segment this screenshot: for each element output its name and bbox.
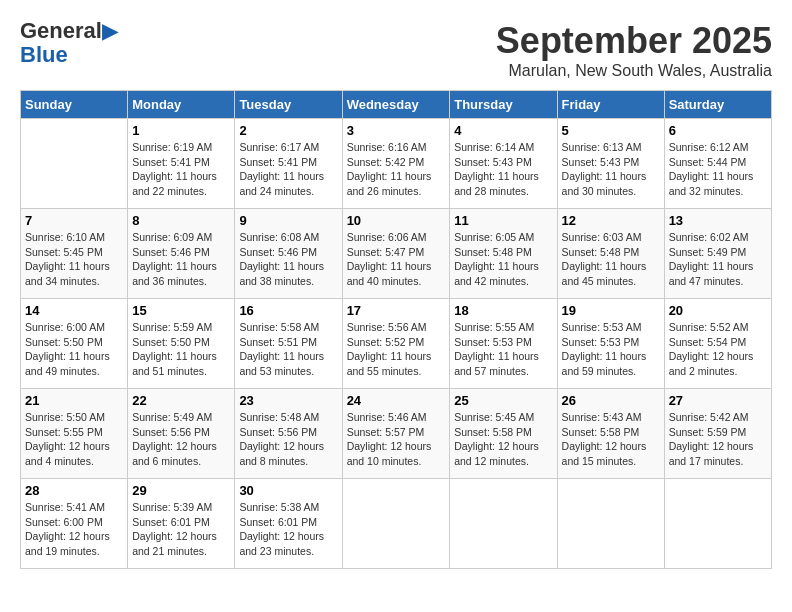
calendar-cell: 16Sunrise: 5:58 AMSunset: 5:51 PMDayligh… [235, 299, 342, 389]
title-area: September 2025 Marulan, New South Wales,… [496, 20, 772, 80]
day-number: 19 [562, 303, 660, 318]
day-number: 29 [132, 483, 230, 498]
week-row-2: 7Sunrise: 6:10 AMSunset: 5:45 PMDaylight… [21, 209, 772, 299]
day-info: Sunrise: 6:00 AMSunset: 5:50 PMDaylight:… [25, 320, 123, 379]
day-number: 26 [562, 393, 660, 408]
calendar-cell: 6Sunrise: 6:12 AMSunset: 5:44 PMDaylight… [664, 119, 771, 209]
day-info: Sunrise: 5:41 AMSunset: 6:00 PMDaylight:… [25, 500, 123, 559]
calendar-cell: 17Sunrise: 5:56 AMSunset: 5:52 PMDayligh… [342, 299, 450, 389]
day-info: Sunrise: 5:45 AMSunset: 5:58 PMDaylight:… [454, 410, 552, 469]
week-row-3: 14Sunrise: 6:00 AMSunset: 5:50 PMDayligh… [21, 299, 772, 389]
day-info: Sunrise: 6:09 AMSunset: 5:46 PMDaylight:… [132, 230, 230, 289]
day-number: 28 [25, 483, 123, 498]
calendar-cell: 14Sunrise: 6:00 AMSunset: 5:50 PMDayligh… [21, 299, 128, 389]
day-number: 12 [562, 213, 660, 228]
day-info: Sunrise: 6:17 AMSunset: 5:41 PMDaylight:… [239, 140, 337, 199]
day-info: Sunrise: 5:39 AMSunset: 6:01 PMDaylight:… [132, 500, 230, 559]
day-info: Sunrise: 6:13 AMSunset: 5:43 PMDaylight:… [562, 140, 660, 199]
calendar-cell: 10Sunrise: 6:06 AMSunset: 5:47 PMDayligh… [342, 209, 450, 299]
day-number: 22 [132, 393, 230, 408]
day-number: 25 [454, 393, 552, 408]
calendar-cell: 26Sunrise: 5:43 AMSunset: 5:58 PMDayligh… [557, 389, 664, 479]
day-info: Sunrise: 5:58 AMSunset: 5:51 PMDaylight:… [239, 320, 337, 379]
day-info: Sunrise: 5:56 AMSunset: 5:52 PMDaylight:… [347, 320, 446, 379]
calendar-cell [21, 119, 128, 209]
day-number: 15 [132, 303, 230, 318]
day-number: 5 [562, 123, 660, 138]
calendar-table: SundayMondayTuesdayWednesdayThursdayFrid… [20, 90, 772, 569]
day-info: Sunrise: 6:12 AMSunset: 5:44 PMDaylight:… [669, 140, 767, 199]
calendar-cell: 9Sunrise: 6:08 AMSunset: 5:46 PMDaylight… [235, 209, 342, 299]
day-number: 3 [347, 123, 446, 138]
day-number: 7 [25, 213, 123, 228]
day-info: Sunrise: 6:14 AMSunset: 5:43 PMDaylight:… [454, 140, 552, 199]
logo-text: General▶ Blue [20, 20, 117, 66]
calendar-cell [450, 479, 557, 569]
week-row-5: 28Sunrise: 5:41 AMSunset: 6:00 PMDayligh… [21, 479, 772, 569]
location-title: Marulan, New South Wales, Australia [496, 62, 772, 80]
calendar-cell: 8Sunrise: 6:09 AMSunset: 5:46 PMDaylight… [128, 209, 235, 299]
day-info: Sunrise: 5:42 AMSunset: 5:59 PMDaylight:… [669, 410, 767, 469]
calendar-cell: 4Sunrise: 6:14 AMSunset: 5:43 PMDaylight… [450, 119, 557, 209]
calendar-cell [342, 479, 450, 569]
calendar-cell [664, 479, 771, 569]
day-info: Sunrise: 6:10 AMSunset: 5:45 PMDaylight:… [25, 230, 123, 289]
day-number: 18 [454, 303, 552, 318]
day-number: 13 [669, 213, 767, 228]
header-day-saturday: Saturday [664, 91, 771, 119]
calendar-cell: 13Sunrise: 6:02 AMSunset: 5:49 PMDayligh… [664, 209, 771, 299]
calendar-cell: 12Sunrise: 6:03 AMSunset: 5:48 PMDayligh… [557, 209, 664, 299]
day-number: 17 [347, 303, 446, 318]
day-number: 14 [25, 303, 123, 318]
calendar-cell [557, 479, 664, 569]
day-number: 11 [454, 213, 552, 228]
day-number: 8 [132, 213, 230, 228]
calendar-cell: 30Sunrise: 5:38 AMSunset: 6:01 PMDayligh… [235, 479, 342, 569]
day-number: 30 [239, 483, 337, 498]
calendar-cell: 11Sunrise: 6:05 AMSunset: 5:48 PMDayligh… [450, 209, 557, 299]
calendar-cell: 25Sunrise: 5:45 AMSunset: 5:58 PMDayligh… [450, 389, 557, 479]
day-number: 27 [669, 393, 767, 408]
month-title: September 2025 [496, 20, 772, 62]
day-info: Sunrise: 5:52 AMSunset: 5:54 PMDaylight:… [669, 320, 767, 379]
day-number: 9 [239, 213, 337, 228]
day-number: 4 [454, 123, 552, 138]
day-number: 1 [132, 123, 230, 138]
day-number: 24 [347, 393, 446, 408]
header-day-sunday: Sunday [21, 91, 128, 119]
day-number: 20 [669, 303, 767, 318]
day-info: Sunrise: 5:38 AMSunset: 6:01 PMDaylight:… [239, 500, 337, 559]
header-row: SundayMondayTuesdayWednesdayThursdayFrid… [21, 91, 772, 119]
week-row-1: 1Sunrise: 6:19 AMSunset: 5:41 PMDaylight… [21, 119, 772, 209]
day-info: Sunrise: 5:46 AMSunset: 5:57 PMDaylight:… [347, 410, 446, 469]
calendar-cell: 19Sunrise: 5:53 AMSunset: 5:53 PMDayligh… [557, 299, 664, 389]
day-number: 10 [347, 213, 446, 228]
day-info: Sunrise: 6:16 AMSunset: 5:42 PMDaylight:… [347, 140, 446, 199]
day-number: 21 [25, 393, 123, 408]
header-day-wednesday: Wednesday [342, 91, 450, 119]
calendar-cell: 24Sunrise: 5:46 AMSunset: 5:57 PMDayligh… [342, 389, 450, 479]
day-info: Sunrise: 6:08 AMSunset: 5:46 PMDaylight:… [239, 230, 337, 289]
day-number: 6 [669, 123, 767, 138]
header-day-thursday: Thursday [450, 91, 557, 119]
day-info: Sunrise: 5:55 AMSunset: 5:53 PMDaylight:… [454, 320, 552, 379]
day-info: Sunrise: 6:06 AMSunset: 5:47 PMDaylight:… [347, 230, 446, 289]
day-number: 16 [239, 303, 337, 318]
day-info: Sunrise: 5:49 AMSunset: 5:56 PMDaylight:… [132, 410, 230, 469]
calendar-cell: 5Sunrise: 6:13 AMSunset: 5:43 PMDaylight… [557, 119, 664, 209]
header-day-tuesday: Tuesday [235, 91, 342, 119]
logo-line2: Blue [20, 44, 117, 66]
day-info: Sunrise: 5:53 AMSunset: 5:53 PMDaylight:… [562, 320, 660, 379]
calendar-cell: 18Sunrise: 5:55 AMSunset: 5:53 PMDayligh… [450, 299, 557, 389]
calendar-cell: 22Sunrise: 5:49 AMSunset: 5:56 PMDayligh… [128, 389, 235, 479]
calendar-cell: 28Sunrise: 5:41 AMSunset: 6:00 PMDayligh… [21, 479, 128, 569]
day-info: Sunrise: 6:02 AMSunset: 5:49 PMDaylight:… [669, 230, 767, 289]
calendar-cell: 27Sunrise: 5:42 AMSunset: 5:59 PMDayligh… [664, 389, 771, 479]
calendar-cell: 15Sunrise: 5:59 AMSunset: 5:50 PMDayligh… [128, 299, 235, 389]
week-row-4: 21Sunrise: 5:50 AMSunset: 5:55 PMDayligh… [21, 389, 772, 479]
calendar-cell: 1Sunrise: 6:19 AMSunset: 5:41 PMDaylight… [128, 119, 235, 209]
logo: General▶ Blue [20, 20, 117, 66]
calendar-cell: 7Sunrise: 6:10 AMSunset: 5:45 PMDaylight… [21, 209, 128, 299]
day-info: Sunrise: 6:19 AMSunset: 5:41 PMDaylight:… [132, 140, 230, 199]
calendar-cell: 3Sunrise: 6:16 AMSunset: 5:42 PMDaylight… [342, 119, 450, 209]
